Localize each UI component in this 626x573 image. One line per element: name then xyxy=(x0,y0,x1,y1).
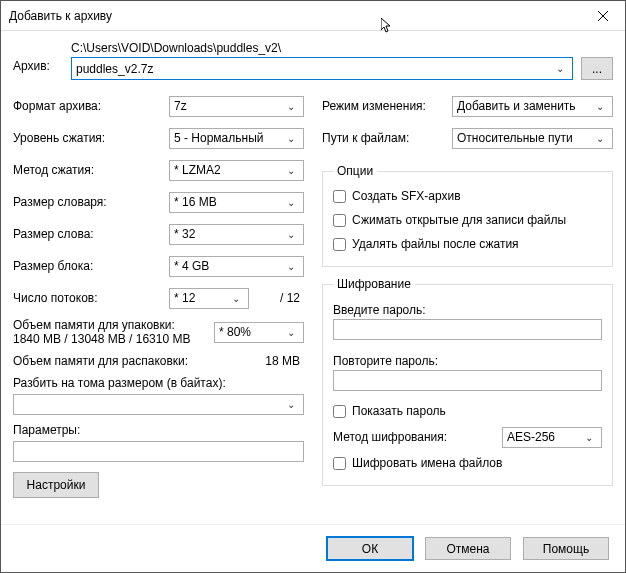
mem-pct-value: * 80% xyxy=(219,325,283,339)
chevron-down-icon: ⌄ xyxy=(228,293,244,304)
options-fieldset: Опции Создать SFX-архив Сжимать открытые… xyxy=(322,164,613,267)
right-column: Режим изменения: Добавить и заменить ⌄ П… xyxy=(322,90,613,514)
browse-button[interactable]: ... xyxy=(581,57,613,80)
archive-name-combo[interactable]: ⌄ xyxy=(71,57,573,80)
word-value: * 32 xyxy=(174,227,283,241)
password-input[interactable] xyxy=(333,319,602,340)
cancel-button[interactable]: Отмена xyxy=(425,537,511,560)
enc-method-combo[interactable]: AES-256 ⌄ xyxy=(502,427,602,448)
format-value: 7z xyxy=(174,99,283,113)
mem-unpack-label: Объем памяти для распаковки: xyxy=(13,354,244,368)
mem-pack-value: 1840 MB / 13048 MB / 16310 MB xyxy=(13,332,214,346)
method-label: Метод сжатия: xyxy=(13,163,169,177)
archive-name-input[interactable] xyxy=(76,62,552,76)
paths-label: Пути к файлам: xyxy=(322,131,452,145)
encryption-fieldset: Шифрование Введите пароль: Повторите пар… xyxy=(322,277,613,486)
params-input[interactable] xyxy=(13,441,304,462)
method-value: * LZMA2 xyxy=(174,163,283,177)
password-label: Введите пароль: xyxy=(333,303,602,317)
chevron-down-icon: ⌄ xyxy=(283,165,299,176)
chevron-down-icon: ⌄ xyxy=(283,229,299,240)
encrypt-names-label: Шифровать имена файлов xyxy=(352,456,502,470)
level-value: 5 - Нормальный xyxy=(174,131,283,145)
columns: Формат архива: 7z ⌄ Уровень сжатия: 5 - … xyxy=(13,90,613,514)
archive-row: Архив: C:\Users\VOID\Downloads\puddles_v… xyxy=(13,41,613,80)
chevron-down-icon: ⌄ xyxy=(283,101,299,112)
format-combo[interactable]: 7z ⌄ xyxy=(169,96,304,117)
block-combo[interactable]: * 4 GB ⌄ xyxy=(169,256,304,277)
show-password-label: Показать пароль xyxy=(352,404,446,418)
close-icon xyxy=(598,11,608,21)
sfx-checkbox[interactable] xyxy=(333,190,346,203)
word-label: Размер слова: xyxy=(13,227,169,241)
mem-pct-combo[interactable]: * 80% ⌄ xyxy=(214,322,304,343)
update-value: Добавить и заменить xyxy=(457,99,592,113)
update-label: Режим изменения: xyxy=(322,99,452,113)
archive-input-row: ⌄ ... xyxy=(71,57,613,80)
sfx-label: Создать SFX-архив xyxy=(352,189,461,203)
threads-max: / 12 xyxy=(255,291,304,305)
options-legend: Опции xyxy=(333,164,377,178)
block-value: * 4 GB xyxy=(174,259,283,273)
chevron-down-icon: ⌄ xyxy=(592,133,608,144)
chevron-down-icon: ⌄ xyxy=(283,327,299,338)
chevron-down-icon: ⌄ xyxy=(283,197,299,208)
delete-label: Удалять файлы после сжатия xyxy=(352,237,519,251)
dict-value: * 16 MB xyxy=(174,195,283,209)
content-area: Архив: C:\Users\VOID\Downloads\puddles_v… xyxy=(1,31,625,524)
archive-path: C:\Users\VOID\Downloads\puddles_v2\ xyxy=(71,41,613,55)
left-column: Формат архива: 7z ⌄ Уровень сжатия: 5 - … xyxy=(13,90,304,514)
window-title: Добавить к архиву xyxy=(9,9,580,23)
titlebar: Добавить к архиву xyxy=(1,1,625,31)
settings-button[interactable]: Настройки xyxy=(13,472,99,498)
dialog-window: Добавить к архиву Архив: C:\Users\VOID\D… xyxy=(0,0,626,573)
threads-combo[interactable]: * 12 ⌄ xyxy=(169,288,249,309)
close-button[interactable] xyxy=(580,1,625,31)
help-button[interactable]: Помощь xyxy=(523,537,609,560)
dict-label: Размер словаря: xyxy=(13,195,169,209)
mem-pack-label: Объем памяти для упаковки: xyxy=(13,318,214,332)
enc-method-label: Метод шифрования: xyxy=(333,430,502,444)
shared-checkbox[interactable] xyxy=(333,214,346,227)
chevron-down-icon: ⌄ xyxy=(283,133,299,144)
chevron-down-icon: ⌄ xyxy=(552,63,568,74)
threads-value: * 12 xyxy=(174,291,228,305)
params-label: Параметры: xyxy=(13,423,304,437)
footer: ОК Отмена Помощь xyxy=(1,524,625,572)
update-combo[interactable]: Добавить и заменить ⌄ xyxy=(452,96,613,117)
split-combo[interactable]: ⌄ xyxy=(13,394,304,415)
paths-combo[interactable]: Относительные пути ⌄ xyxy=(452,128,613,149)
word-combo[interactable]: * 32 ⌄ xyxy=(169,224,304,245)
encryption-legend: Шифрование xyxy=(333,277,415,291)
chevron-down-icon: ⌄ xyxy=(581,432,597,443)
chevron-down-icon: ⌄ xyxy=(283,399,299,410)
delete-checkbox[interactable] xyxy=(333,238,346,251)
archive-main: C:\Users\VOID\Downloads\puddles_v2\ ⌄ ..… xyxy=(71,41,613,80)
mem-unpack-value: 18 MB xyxy=(244,354,304,368)
chevron-down-icon: ⌄ xyxy=(283,261,299,272)
enc-method-value: AES-256 xyxy=(507,430,581,444)
show-password-checkbox[interactable] xyxy=(333,405,346,418)
threads-label: Число потоков: xyxy=(13,291,169,305)
password2-label: Повторите пароль: xyxy=(333,354,602,368)
block-label: Размер блока: xyxy=(13,259,169,273)
shared-label: Сжимать открытые для записи файлы xyxy=(352,213,566,227)
method-combo[interactable]: * LZMA2 ⌄ xyxy=(169,160,304,181)
paths-value: Относительные пути xyxy=(457,131,592,145)
dict-combo[interactable]: * 16 MB ⌄ xyxy=(169,192,304,213)
password2-input[interactable] xyxy=(333,370,602,391)
level-label: Уровень сжатия: xyxy=(13,131,169,145)
chevron-down-icon: ⌄ xyxy=(592,101,608,112)
level-combo[interactable]: 5 - Нормальный ⌄ xyxy=(169,128,304,149)
format-label: Формат архива: xyxy=(13,99,169,113)
ok-button[interactable]: ОК xyxy=(327,537,413,560)
archive-label: Архив: xyxy=(13,41,71,73)
split-label: Разбить на тома размером (в байтах): xyxy=(13,376,304,390)
encrypt-names-checkbox[interactable] xyxy=(333,457,346,470)
